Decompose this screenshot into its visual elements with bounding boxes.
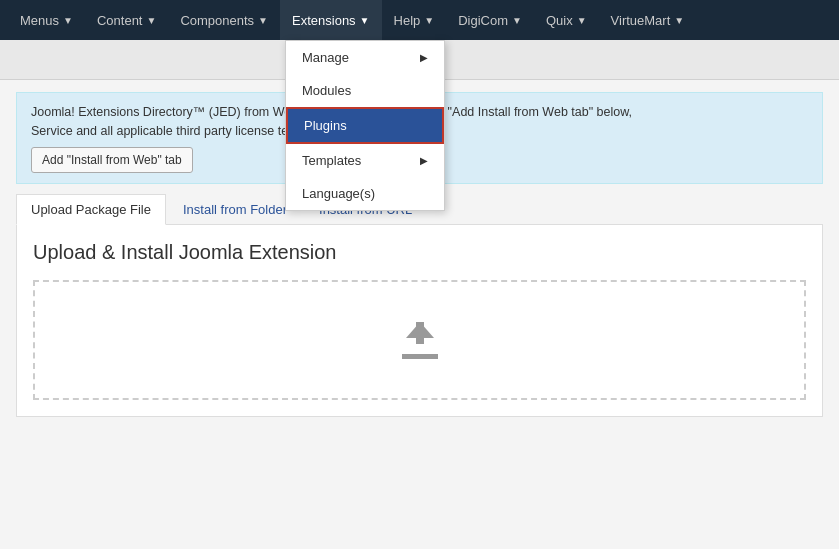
chevron-down-icon: ▼	[258, 15, 268, 26]
nav-item-virtuemart[interactable]: VirtueMart ▼	[599, 0, 697, 40]
nav-item-content[interactable]: Content ▼	[85, 0, 168, 40]
info-jed-label: Joomla! Extensions Directory™ (JED)	[31, 105, 241, 119]
dropdown-item-manage[interactable]: Manage ▶	[286, 41, 444, 74]
tab-upload-package[interactable]: Upload Package File	[16, 194, 166, 225]
tab-folder-label: Install from Folder	[183, 202, 287, 217]
nav-item-components[interactable]: Components ▼	[168, 0, 280, 40]
chevron-down-icon: ▼	[674, 15, 684, 26]
tab-upload-label: Upload Package File	[31, 202, 151, 217]
dropdown-label-plugins: Plugins	[304, 118, 347, 133]
dropdown-label-templates: Templates	[302, 153, 361, 168]
chevron-down-icon: ▼	[360, 15, 370, 26]
chevron-right-icon: ▶	[420, 155, 428, 166]
nav-label-help: Help	[394, 13, 421, 28]
svg-marker-1	[406, 322, 434, 338]
info-text3: Service and all applicable third party l…	[31, 124, 312, 138]
dropdown-label-modules: Modules	[302, 83, 351, 98]
nav-item-help[interactable]: Help ▼	[382, 0, 447, 40]
dropdown-label-languages: Language(s)	[302, 186, 375, 201]
dropdown-item-languages[interactable]: Language(s)	[286, 177, 444, 210]
svg-rect-2	[402, 354, 438, 359]
nav-item-menus[interactable]: Menus ▼	[8, 0, 85, 40]
tab-install-folder[interactable]: Install from Folder	[168, 194, 302, 224]
nav-label-quix: Quix	[546, 13, 573, 28]
nav-item-quix[interactable]: Quix ▼	[534, 0, 599, 40]
page-title: Upload & Install Joomla Extension	[33, 241, 806, 264]
chevron-down-icon: ▼	[424, 15, 434, 26]
dropdown-item-modules[interactable]: Modules	[286, 74, 444, 107]
nav-label-digicom: DigiCom	[458, 13, 508, 28]
extensions-dropdown: Manage ▶ Modules Plugins Templates ▶ Lan…	[285, 40, 445, 211]
main-panel: Upload & Install Joomla Extension	[16, 225, 823, 417]
chevron-right-icon: ▶	[420, 52, 428, 63]
nav-item-digicom[interactable]: DigiCom ▼	[446, 0, 534, 40]
chevron-down-icon: ▼	[146, 15, 156, 26]
dropdown-label-manage: Manage	[302, 50, 349, 65]
nav-label-menus: Menus	[20, 13, 59, 28]
dropdown-item-templates[interactable]: Templates ▶	[286, 144, 444, 177]
add-install-from-web-button[interactable]: Add "Install from Web" tab	[31, 147, 193, 173]
chevron-down-icon: ▼	[577, 15, 587, 26]
upload-drop-area[interactable]	[33, 280, 806, 400]
nav-label-extensions: Extensions	[292, 13, 356, 28]
chevron-down-icon: ▼	[63, 15, 73, 26]
nav-label-virtuemart: VirtueMart	[611, 13, 671, 28]
nav-label-components: Components	[180, 13, 254, 28]
chevron-down-icon: ▼	[512, 15, 522, 26]
upload-icon	[396, 316, 444, 364]
nav-item-extensions[interactable]: Extensions ▼	[280, 0, 382, 40]
dropdown-item-plugins[interactable]: Plugins	[286, 107, 444, 144]
navbar: Menus ▼ Content ▼ Components ▼ Extension…	[0, 0, 839, 40]
nav-label-content: Content	[97, 13, 143, 28]
